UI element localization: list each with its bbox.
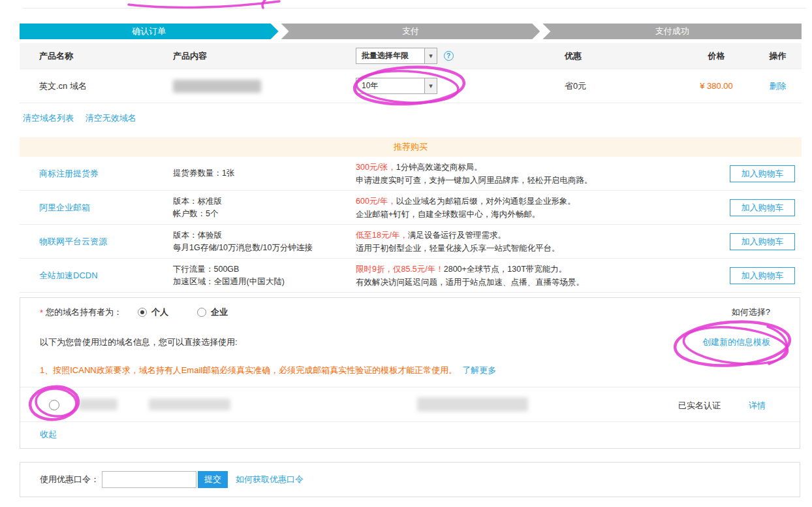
annotation-top-scribble	[129, 1, 279, 7]
holder-type-label: 您的域名持有者为：	[46, 306, 122, 318]
header-product-name: 产品名称	[20, 50, 173, 62]
product-desc: 低至18元/年，满足设备运行及管理需求。 适用于初创型企业，轻量化接入乐享一站式…	[356, 229, 711, 255]
step-confirm-order: 确认订单	[20, 24, 279, 39]
header-product-content: 产品内容	[173, 50, 356, 62]
spec-line: 加速区域：全国通用(中国大陆)	[173, 276, 356, 288]
holder-type-row: * 您的域名持有者为： 个人 企业 如何选择?	[20, 303, 800, 321]
add-to-cart-button[interactable]: 加入购物车	[730, 199, 795, 216]
add-to-cart-button[interactable]: 加入购物车	[730, 267, 795, 284]
header-batch-year: 批量选择年限 ?	[356, 48, 565, 64]
redacted-product-content	[173, 80, 261, 93]
icann-warning-text: 1、按照ICANN政策要求，域名持有人Email邮箱必须真实准确，必须完成邮箱真…	[40, 365, 457, 376]
history-hint: 以下为您曾使用过的域名信息，您可以直接选择使用:	[40, 336, 238, 348]
desc-line: 适用于初创型企业，轻量化接入乐享一站式智能化平台。	[356, 242, 711, 255]
spec-line: 提货券数量：1张	[173, 167, 356, 180]
order-table: 产品名称 产品内容 批量选择年限 ? 优惠 价格 操作 英文.cn 域名 10年…	[20, 43, 802, 103]
help-icon[interactable]: ?	[444, 51, 454, 61]
add-to-cart-button[interactable]: 加入购物车	[730, 165, 795, 182]
redacted-holder-phone	[149, 399, 230, 410]
chevron-down-icon	[424, 78, 437, 93]
radio-company[interactable]	[197, 308, 206, 317]
step-payment: 支付	[281, 24, 540, 39]
radio-company-label[interactable]: 企业	[211, 306, 228, 318]
spec-line: 帐户数：5个	[173, 208, 356, 220]
promo-text: 600元/年，	[356, 197, 396, 206]
coupon-help-link[interactable]: 如何获取优惠口令	[236, 474, 304, 485]
step-payment-success: 支付成功	[542, 24, 802, 39]
desc-line: 满足设备运行及管理需求。	[408, 231, 506, 240]
desc-line: 企业邮箱+钉钉，自建全球数据中心，海内外畅邮。	[356, 208, 711, 221]
coupon-input[interactable]	[102, 471, 196, 488]
template-hint-row: 以下为您曾使用过的域名信息，您可以直接选择使用: 创建新的信息模板	[20, 336, 800, 349]
chevron-down-icon	[424, 48, 437, 63]
recommend-row-trademark: 商标注册提货券 提货券数量：1张 300元/张，1分钟高效递交商标局。 申请进度…	[20, 157, 802, 191]
product-spec: 版本：体验版 每月1G存储/10万消息数/10万分钟连接	[173, 229, 356, 254]
clear-links: 清空域名列表 清空无效域名	[23, 112, 146, 124]
desc-line: 有效解决访问延迟问题，适用于站点加速、点播、直播等场景。	[356, 276, 711, 289]
create-template-link[interactable]: 创建新的信息模板	[702, 336, 770, 348]
clear-invalid-domains-link[interactable]: 清空无效域名	[86, 113, 136, 123]
spec-line: 版本：体验版	[173, 229, 356, 242]
coupon-section: 使用优惠口令： 提交 如何获取优惠口令	[20, 462, 800, 497]
order-product-name: 英文.cn 域名	[20, 80, 173, 92]
order-price: ¥ 380.00	[679, 81, 754, 91]
checkout-stepper: 确认订单 支付 支付成功	[20, 24, 802, 39]
promo-text: 300元/张，	[356, 163, 396, 172]
redacted-holder-email	[417, 397, 528, 412]
recommend-banner: 推荐购买	[20, 137, 802, 157]
required-mark: *	[40, 308, 43, 318]
product-desc: 限时9折，仅85.5元/年！2800+全球节点，130T带宽能力。 有效解决访问…	[356, 263, 711, 289]
learn-more-link[interactable]: 了解更多	[462, 365, 496, 376]
promo-text: 限时9折，仅85.5元/年！	[356, 265, 444, 274]
order-year-cell: 10年	[356, 78, 565, 94]
order-table-header: 产品名称 产品内容 批量选择年限 ? 优惠 价格 操作	[20, 43, 802, 69]
header-action: 操作	[754, 50, 802, 62]
icann-warning-row: 1、按照ICANN政策要求，域名持有人Email邮箱必须真实准确，必须完成邮箱真…	[20, 365, 800, 376]
desc-line: 申请进度实时可查，支持一键加入阿里品牌库，轻松开启电商路。	[356, 174, 711, 187]
detail-link[interactable]: 详情	[749, 400, 766, 412]
product-spec: 版本：标准版 帐户数：5个	[173, 195, 356, 220]
domain-holder-section: * 您的域名持有者为： 个人 企业 如何选择? 以下为您曾使用过的域名信息，您可…	[20, 297, 800, 449]
desc-line: 2800+全球节点，130T带宽能力。	[444, 265, 567, 274]
order-product-content	[173, 80, 356, 93]
product-link[interactable]: 阿里企业邮箱	[39, 203, 90, 212]
redacted-holder-name	[78, 399, 117, 410]
order-discount: 省0元	[565, 80, 679, 92]
product-link[interactable]: 商标注册提货券	[39, 169, 99, 178]
desc-line: 1分钟高效递交商标局。	[396, 163, 482, 172]
saved-template-row[interactable]: 已实名认证 详情	[20, 387, 800, 422]
recommend-section: 推荐购买 商标注册提货券 提货券数量：1张 300元/张，1分钟高效递交商标局。…	[20, 137, 802, 293]
recommend-row-dcdn: 全站加速DCDN 下行流量：500GB 加速区域：全国通用(中国大陆) 限时9折…	[20, 259, 802, 293]
spec-line: 每月1G存储/10万消息数/10万分钟连接	[173, 242, 356, 254]
product-desc: 300元/张，1分钟高效递交商标局。 申请进度实时可查，支持一键加入阿里品牌库，…	[356, 161, 711, 187]
how-to-choose-link[interactable]: 如何选择?	[732, 306, 770, 318]
add-to-cart-button[interactable]: 加入购物车	[730, 233, 795, 250]
batch-year-select[interactable]: 批量选择年限	[356, 48, 437, 64]
header-price: 价格	[679, 50, 754, 62]
clear-domain-list-link[interactable]: 清空域名列表	[23, 113, 74, 123]
top-divider	[23, 8, 806, 8]
desc-line: 以企业域名为邮箱后缀，对外沟通彰显企业形象。	[396, 197, 576, 206]
product-link[interactable]: 物联网平台云资源	[39, 237, 107, 246]
delete-link[interactable]: 删除	[770, 81, 787, 91]
radio-personal-label[interactable]: 个人	[151, 306, 168, 318]
collapse-link[interactable]: 收起	[40, 429, 57, 439]
recommend-row-email: 阿里企业邮箱 版本：标准版 帐户数：5个 600元/年，以企业域名为邮箱后缀，对…	[20, 191, 802, 225]
product-spec: 提货券数量：1张	[173, 167, 356, 180]
verified-badge: 已实名认证	[678, 400, 721, 412]
product-link[interactable]: 全站加速DCDN	[39, 270, 98, 280]
promo-text: 低至18元/年，	[356, 231, 408, 240]
year-select-value: 10年	[356, 78, 424, 93]
header-discount: 优惠	[565, 50, 679, 62]
coupon-submit-button[interactable]: 提交	[198, 471, 228, 488]
order-row: 英文.cn 域名 10年 省0元 ¥ 380.00 删除	[20, 69, 802, 103]
template-radio[interactable]	[49, 400, 59, 410]
recommend-row-iot: 物联网平台云资源 版本：体验版 每月1G存储/10万消息数/10万分钟连接 低至…	[20, 225, 802, 259]
coupon-label: 使用优惠口令：	[40, 474, 99, 485]
annotation-top-scribble	[262, 0, 265, 8]
product-desc: 600元/年，以企业域名为邮箱后缀，对外沟通彰显企业形象。 企业邮箱+钉钉，自建…	[356, 195, 711, 221]
radio-personal[interactable]	[138, 308, 147, 317]
batch-year-select-value: 批量选择年限	[356, 48, 424, 63]
year-select[interactable]: 10年	[356, 78, 437, 94]
product-spec: 下行流量：500GB 加速区域：全国通用(中国大陆)	[173, 263, 356, 288]
